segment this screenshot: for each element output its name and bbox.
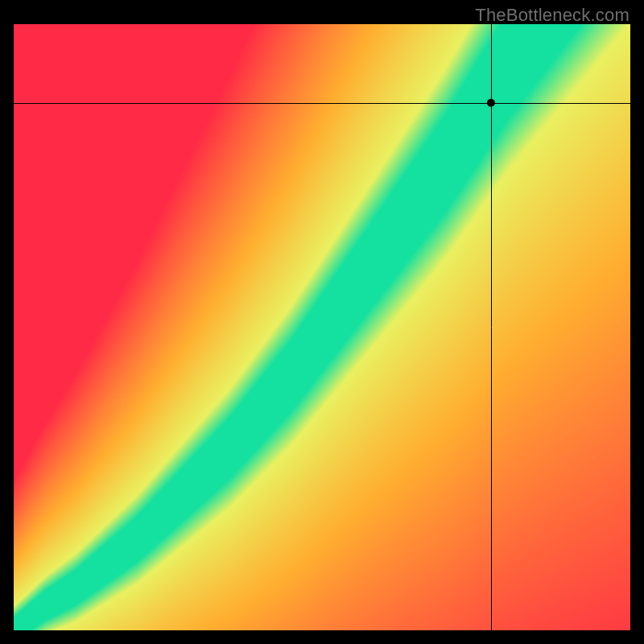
- watermark-text: TheBottleneck.com: [475, 5, 630, 26]
- chart-container: TheBottleneck.com: [0, 0, 644, 644]
- bottleneck-heatmap: [14, 24, 630, 630]
